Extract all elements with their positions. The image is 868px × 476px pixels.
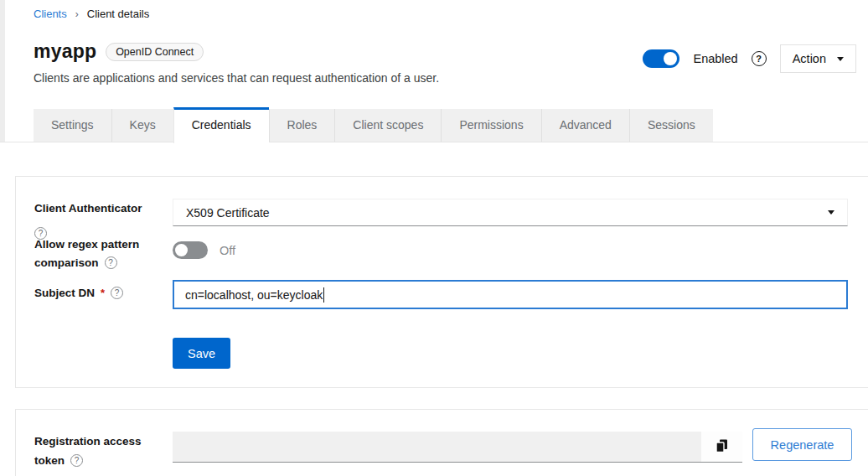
text-cursor bbox=[323, 287, 324, 303]
tab-permissions[interactable]: Permissions bbox=[441, 109, 540, 142]
page-description: Clients are applications and services th… bbox=[34, 71, 439, 85]
regenerate-button[interactable]: Regenerate bbox=[752, 428, 852, 461]
subject-dn-value: cn=localhost, ou=keycloak bbox=[185, 288, 323, 302]
caret-down-icon bbox=[828, 210, 834, 215]
allow-regex-label-line2: comparison ? bbox=[34, 256, 117, 269]
registration-token-input bbox=[173, 432, 701, 463]
tab-bar: Settings Keys Credentials Roles Client s… bbox=[34, 109, 713, 143]
save-button[interactable]: Save bbox=[173, 338, 230, 369]
allow-regex-state: Off bbox=[220, 244, 235, 257]
client-authenticator-select[interactable]: X509 Certificate bbox=[173, 199, 848, 226]
tab-advanced[interactable]: Advanced bbox=[541, 109, 629, 142]
page-title: myapp bbox=[34, 40, 96, 63]
toggle-knob bbox=[664, 52, 677, 65]
registration-token-card: Registration access token ? Regenerate bbox=[15, 409, 868, 476]
client-authenticator-value: X509 Certificate bbox=[186, 206, 270, 220]
action-dropdown[interactable]: Action bbox=[780, 44, 856, 73]
tab-settings[interactable]: Settings bbox=[34, 109, 111, 142]
caret-down-icon bbox=[837, 57, 844, 61]
client-authenticator-label-text: Client Authenticator bbox=[34, 202, 142, 215]
breadcrumb-clients-link[interactable]: Clients bbox=[34, 8, 67, 20]
help-icon[interactable]: ? bbox=[752, 51, 767, 66]
tab-roles[interactable]: Roles bbox=[269, 109, 335, 142]
help-icon[interactable]: ? bbox=[111, 287, 123, 299]
tab-client-scopes[interactable]: Client scopes bbox=[334, 109, 441, 142]
token-label-line2: token ? bbox=[34, 454, 83, 467]
toggle-knob bbox=[175, 244, 188, 256]
action-dropdown-label: Action bbox=[793, 52, 826, 65]
required-asterisk: * bbox=[101, 287, 105, 299]
tab-sessions[interactable]: Sessions bbox=[629, 109, 713, 142]
token-label-text2: token bbox=[34, 454, 65, 467]
subject-dn-label: Subject DN * ? bbox=[34, 287, 123, 299]
token-label-line1: Registration access bbox=[34, 435, 142, 448]
client-authenticator-label: Client Authenticator bbox=[34, 202, 142, 215]
protocol-badge: OpenID Connect bbox=[106, 43, 204, 61]
chevron-right-icon: › bbox=[75, 8, 79, 20]
enabled-toggle[interactable] bbox=[643, 49, 679, 68]
allow-regex-toggle[interactable] bbox=[173, 241, 208, 259]
allow-regex-label-line1: Allow regex pattern bbox=[34, 238, 139, 251]
breadcrumb-current: Client details bbox=[87, 8, 149, 20]
token-label-text1: Registration access bbox=[34, 435, 142, 448]
tab-keys[interactable]: Keys bbox=[111, 109, 173, 142]
help-icon[interactable]: ? bbox=[105, 256, 117, 269]
header-controls: Enabled ? Action bbox=[643, 44, 856, 73]
title-row: myapp OpenID Connect bbox=[34, 40, 204, 63]
page-edge-strip bbox=[0, 0, 5, 142]
credentials-form-card: Client Authenticator ? X509 Certificate … bbox=[15, 176, 868, 388]
client-details-page: Clients › Client details myapp OpenID Co… bbox=[0, 0, 868, 476]
copy-icon bbox=[716, 439, 728, 455]
help-icon[interactable]: ? bbox=[70, 454, 83, 467]
allow-regex-label-text1: Allow regex pattern bbox=[34, 238, 139, 251]
allow-regex-label-text2: comparison bbox=[34, 256, 99, 269]
copy-button[interactable] bbox=[701, 432, 742, 463]
subject-dn-label-text: Subject DN bbox=[34, 287, 95, 299]
subject-dn-input[interactable]: cn=localhost, ou=keycloak bbox=[173, 280, 848, 309]
tab-credentials[interactable]: Credentials bbox=[173, 107, 269, 143]
breadcrumb: Clients › Client details bbox=[34, 8, 149, 20]
enabled-label: Enabled bbox=[693, 52, 737, 65]
